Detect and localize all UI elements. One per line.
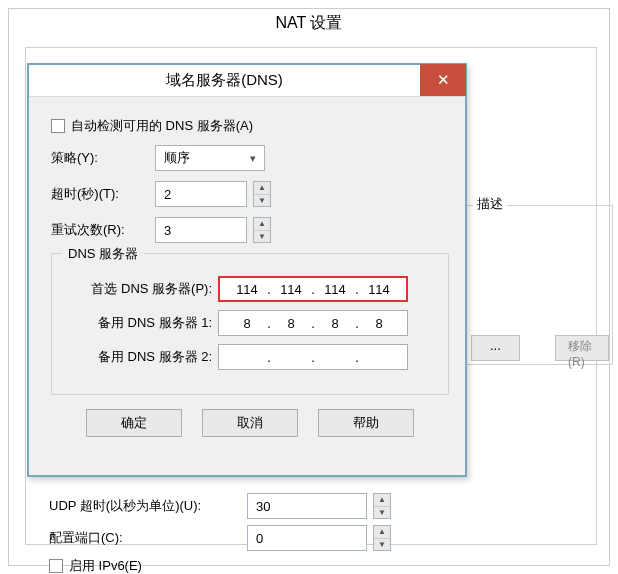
policy-value: 顺序 [164,149,190,167]
ip-octet: 114 [317,282,353,297]
primary-dns-label: 首选 DNS 服务器(P): [66,280,218,298]
spinner-up-icon: ▲ [374,526,390,539]
retry-value: 3 [164,223,171,238]
close-button[interactable]: ✕ [420,64,466,96]
cancel-button[interactable]: 取消 [202,409,298,437]
ip-octet: 8 [361,316,397,331]
ip-octet: 8 [229,316,265,331]
timeout-row: 超时(秒)(T): 2 ▲ ▼ [51,181,449,207]
spinner-down-icon: ▼ [374,507,390,519]
timeout-value: 2 [164,187,171,202]
dialog-body: 自动检测可用的 DNS 服务器(A) 策略(Y): 顺序 ▾ 超时(秒)(T):… [29,97,465,437]
dns-servers-group: DNS 服务器 首选 DNS 服务器(P): 114. 114. 114. 11… [51,253,449,395]
dialog-title: 域名服务器(DNS) [29,71,420,90]
lower-settings: UDP 超时(以秒为单位)(U): 30 ▲ ▼ 配置端口(C): 0 ▲ ▼ … [49,487,589,574]
udp-timeout-label: UDP 超时(以秒为单位)(U): [49,497,239,515]
port-label: 配置端口(C): [49,529,239,547]
port-input[interactable]: 0 [247,525,367,551]
alt1-dns-row: 备用 DNS 服务器 1: 8. 8. 8. 8 [66,310,434,336]
ip-octet: 114 [361,282,397,297]
primary-dns-row: 首选 DNS 服务器(P): 114. 114. 114. 114 [66,276,434,302]
cancel-label: 取消 [237,414,263,432]
udp-timeout-row: UDP 超时(以秒为单位)(U): 30 ▲ ▼ [49,493,589,519]
ip-dot: . [265,282,273,297]
timeout-label: 超时(秒)(T): [51,185,147,203]
help-label: 帮助 [353,414,379,432]
udp-timeout-value: 30 [256,499,270,514]
spinner-down-icon: ▼ [254,231,270,243]
alt1-dns-label: 备用 DNS 服务器 1: [66,314,218,332]
udp-timeout-input[interactable]: 30 [247,493,367,519]
close-icon: ✕ [437,71,450,89]
retry-row: 重试次数(R): 3 ▲ ▼ [51,217,449,243]
auto-detect-row: 自动检测可用的 DNS 服务器(A) [51,117,449,135]
port-spinner[interactable]: ▲ ▼ [373,525,391,551]
ip-dot: . [309,316,317,331]
retry-spinner[interactable]: ▲ ▼ [253,217,271,243]
alt1-dns-input[interactable]: 8. 8. 8. 8 [218,310,408,336]
alt2-dns-input[interactable]: . . . [218,344,408,370]
ip-dot: . [353,282,361,297]
spinner-down-icon: ▼ [254,195,270,207]
root-border: NAT 设置 描述 ... 移除(R) 域名服务器(DNS) ✕ 自动检测可用的… [8,8,610,566]
retry-label: 重试次数(R): [51,221,147,239]
port-row: 配置端口(C): 0 ▲ ▼ [49,525,589,551]
dialog-titlebar: 域名服务器(DNS) ✕ [29,65,465,97]
dialog-button-row: 确定 取消 帮助 [51,409,449,437]
spinner-down-icon: ▼ [374,539,390,551]
spinner-up-icon: ▲ [254,182,270,195]
policy-select[interactable]: 顺序 ▾ [155,145,265,171]
ip-dot: . [309,350,317,365]
ip-octet: 8 [273,316,309,331]
dns-dialog: 域名服务器(DNS) ✕ 自动检测可用的 DNS 服务器(A) 策略(Y): 顺… [27,63,467,477]
spinner-up-icon: ▲ [254,218,270,231]
ip-dot: . [265,350,273,365]
ipv6-label: 启用 IPv6(E) [69,557,142,574]
policy-label: 策略(Y): [51,149,147,167]
ellipsis-label: ... [490,338,501,353]
retry-input[interactable]: 3 [155,217,247,243]
ip-dot: . [353,316,361,331]
ok-label: 确定 [121,414,147,432]
ip-octet: 114 [273,282,309,297]
auto-detect-label: 自动检测可用的 DNS 服务器(A) [71,117,253,135]
group-title: DNS 服务器 [62,245,144,263]
ellipsis-button[interactable]: ... [471,335,520,361]
primary-dns-input[interactable]: 114. 114. 114. 114 [218,276,408,302]
timeout-spinner[interactable]: ▲ ▼ [253,181,271,207]
alt2-dns-label: 备用 DNS 服务器 2: [66,348,218,366]
ip-octet: 8 [317,316,353,331]
ok-button[interactable]: 确定 [86,409,182,437]
remove-button[interactable]: 移除(R) [555,335,609,361]
ip-dot: . [353,350,361,365]
udp-timeout-spinner[interactable]: ▲ ▼ [373,493,391,519]
ip-dot: . [309,282,317,297]
timeout-input[interactable]: 2 [155,181,247,207]
ip-octet: 114 [229,282,265,297]
spinner-up-icon: ▲ [374,494,390,507]
description-label: 描述 [473,195,507,213]
nat-title: NAT 设置 [9,13,609,34]
ipv6-checkbox[interactable] [49,559,63,573]
help-button[interactable]: 帮助 [318,409,414,437]
ipv6-row: 启用 IPv6(E) [49,557,589,574]
alt2-dns-row: 备用 DNS 服务器 2: . . . [66,344,434,370]
policy-row: 策略(Y): 顺序 ▾ [51,145,449,171]
auto-detect-checkbox[interactable] [51,119,65,133]
port-value: 0 [256,531,263,546]
ip-dot: . [265,316,273,331]
chevron-down-icon: ▾ [250,152,256,165]
